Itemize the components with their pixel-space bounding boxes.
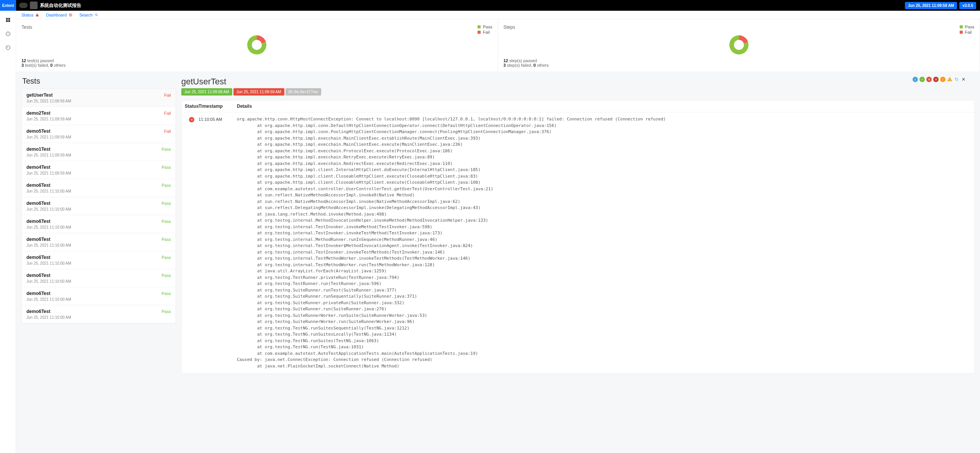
svg-rect-1 — [8, 18, 10, 20]
test-time: Jun 25, 2021 11:10:00 AM — [26, 315, 171, 320]
theme-toggle[interactable] — [19, 3, 28, 8]
tab-search[interactable]: Search — [79, 13, 98, 17]
tab-search-label: Search — [79, 13, 93, 17]
test-status: Pass — [162, 201, 171, 206]
svg-point-8 — [71, 15, 71, 15]
test-time: Jun 25, 2021 11:10:00 AM — [26, 189, 171, 193]
tests-passed-count: 12 — [21, 58, 26, 63]
steps-passed-label: step(s) passed — [508, 58, 537, 63]
test-item[interactable]: demo6TestPassJun 25, 2021 11:10:00 AM — [22, 305, 176, 323]
detail-title: getUserTest — [181, 77, 321, 87]
legend-pass-label: Pass — [965, 25, 974, 29]
svg-rect-3 — [8, 20, 10, 22]
fail-status-icon: ✕ — [189, 117, 194, 122]
test-name: demo6Test — [26, 291, 50, 296]
pass-filter-icon[interactable]: ✓ — [919, 77, 925, 82]
test-name: demo6Test — [26, 237, 50, 242]
test-time: Jun 25, 2021 11:10:00 AM — [26, 207, 171, 211]
test-name: demo6Test — [26, 219, 50, 224]
steps-failed-label: step(s) failed, — [506, 63, 534, 68]
tests-donut-chart — [247, 35, 266, 54]
pass-dot-icon — [478, 25, 481, 28]
test-status: Fail — [164, 93, 171, 97]
exception-nav-icon[interactable] — [0, 27, 16, 41]
test-name: demo5Test — [26, 128, 50, 134]
test-item[interactable]: demo6TestPassJun 25, 2021 11:10:00 AM — [22, 233, 176, 251]
test-time: Jun 25, 2021 11:09:59 AM — [26, 171, 171, 175]
test-item[interactable]: demo6TestPassJun 25, 2021 11:10:00 AM — [22, 179, 176, 197]
tests-summary-foot: 12 test(s) passed 3 test(s) failed, 0 ot… — [21, 58, 492, 68]
steps-summary-title: Steps — [504, 25, 515, 35]
dashboard-nav-icon[interactable] — [0, 41, 16, 54]
steps-legend: Pass Fail — [960, 25, 974, 35]
info-filter-icon[interactable]: i — [913, 77, 918, 82]
test-item[interactable]: demo6TestPassJun 25, 2021 11:10:00 AM — [22, 269, 176, 287]
version-pill: v3.0.5 — [959, 2, 976, 9]
test-item[interactable]: demo6TestPassJun 25, 2021 11:10:00 AM — [22, 215, 176, 233]
test-item[interactable]: demo2TestFailJun 25, 2021 11:09:59 AM — [22, 107, 176, 125]
test-name: getUserTest — [26, 92, 53, 98]
fatal-filter-icon[interactable]: ✕ — [933, 77, 939, 82]
tests-legend: Pass Fail — [478, 25, 492, 35]
test-status: Fail — [164, 129, 171, 133]
test-status: Pass — [162, 255, 171, 260]
fail-filter-icon[interactable]: ✕ — [926, 77, 932, 82]
tab-dashboard-label: Dashboard — [46, 13, 67, 17]
steps-summary-card: Steps Pass Fail 12 step(s) passed 3 step… — [498, 19, 980, 71]
tests-failed-label: test(s) failed, — [24, 63, 50, 68]
end-time-pill: Jun 25, 2021 11:09:59 AM — [233, 88, 284, 96]
log-timestamp: 11:10:05 AM — [199, 116, 237, 369]
test-status: Pass — [162, 147, 171, 152]
test-name: demo1Test — [26, 147, 50, 152]
svg-point-9 — [95, 13, 97, 15]
test-status: Pass — [162, 183, 171, 188]
test-item[interactable]: demo1TestPassJun 25, 2021 11:09:59 AM — [22, 143, 176, 161]
search-icon — [95, 13, 98, 17]
app-avatar — [30, 2, 38, 9]
test-item[interactable]: getUserTestFailJun 25, 2021 11:09:58 AM — [22, 89, 176, 107]
svg-rect-2 — [6, 20, 8, 22]
tests-nav-icon[interactable] — [0, 13, 16, 27]
svg-rect-0 — [6, 18, 8, 20]
test-time: Jun 25, 2021 11:10:00 AM — [26, 261, 171, 265]
test-item[interactable]: demo6TestPassJun 25, 2021 11:10:00 AM — [22, 197, 176, 215]
pass-dot-icon — [960, 25, 963, 28]
test-time: Jun 25, 2021 11:10:00 AM — [26, 297, 171, 301]
test-item[interactable]: demo4TestPassJun 25, 2021 11:09:59 AM — [22, 161, 176, 179]
warning-filter-icon[interactable] — [947, 77, 952, 81]
test-name: demo6Test — [26, 183, 50, 188]
sidebar — [0, 11, 16, 453]
reload-icon[interactable]: ↻ — [954, 77, 959, 82]
test-name: demo6Test — [26, 309, 50, 314]
test-item[interactable]: demo5TestFailJun 25, 2021 11:09:59 AM — [22, 125, 176, 143]
col-timestamp: Timestamp — [199, 104, 237, 109]
page-title: 系统自动化测试报告 — [40, 2, 81, 9]
tab-status[interactable]: Status — [21, 13, 39, 17]
warning-icon — [35, 13, 39, 17]
tab-status-label: Status — [21, 13, 33, 17]
tab-dashboard[interactable]: Dashboard — [46, 13, 72, 17]
summary-row: Tests Pass Fail 12 test(s) passed 3 test… — [16, 19, 980, 71]
test-time: Jun 25, 2021 11:09:59 AM — [26, 135, 171, 139]
test-time: Jun 25, 2021 11:10:00 AM — [26, 225, 171, 229]
test-name: demo4Test — [26, 165, 50, 170]
tests-summary-title: Tests — [21, 25, 32, 35]
test-name: demo6Test — [26, 201, 50, 206]
log-table-header: Status Timestamp Details — [182, 100, 974, 112]
tab-bar: Status Dashboard Search — [16, 11, 980, 19]
col-details: Details — [237, 104, 974, 109]
test-item[interactable]: demo6TestPassJun 25, 2021 11:10:00 AM — [22, 287, 176, 305]
steps-summary-foot: 12 step(s) passed 3 step(s) failed, 0 ot… — [504, 58, 975, 68]
topbar: Extent 系统自动化测试报告 Jun 25, 2021 11:09:58 A… — [0, 0, 980, 11]
test-name: demo6Test — [26, 255, 50, 260]
test-status: Pass — [162, 291, 171, 296]
error-filter-icon[interactable]: ! — [940, 77, 946, 82]
test-status: Pass — [162, 309, 171, 314]
tests-panel-title: Tests — [21, 77, 176, 86]
fail-dot-icon — [960, 31, 963, 34]
close-icon[interactable]: ✕ — [961, 77, 966, 82]
log-row: ✕ 11:10:05 AM org.apache.http.conn.HttpH… — [182, 112, 974, 373]
tests-passed-label: test(s) passed — [26, 58, 54, 63]
brand-logo[interactable]: Extent — [0, 0, 16, 11]
test-item[interactable]: demo6TestPassJun 25, 2021 11:10:00 AM — [22, 251, 176, 269]
